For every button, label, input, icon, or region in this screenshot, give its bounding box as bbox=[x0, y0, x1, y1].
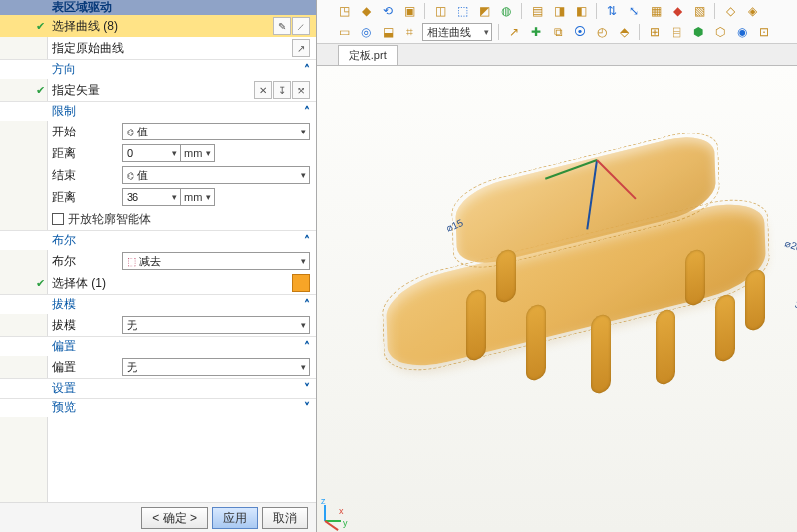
tool-icon[interactable]: ◧ bbox=[572, 2, 590, 20]
curve-icon[interactable]: ⟋ bbox=[292, 17, 310, 35]
extrude-dialog: 表区域驱动 ✔ 选择曲线 (8) ✎ ⟋ 指定原始曲线 ↗ 方向 ˄ ✔ 指定矢… bbox=[0, 0, 317, 532]
tool-icon[interactable]: ◴ bbox=[593, 23, 611, 41]
tool-icon[interactable]: ⧉ bbox=[549, 23, 567, 41]
start-type-row: 开始 ⌬ 值 bbox=[0, 121, 316, 142]
view-triad: z y x bbox=[321, 498, 349, 526]
tool-icon[interactable]: ⊞ bbox=[646, 23, 664, 41]
open-profile-row[interactable]: 开放轮廓智能体 bbox=[0, 208, 316, 230]
tool-icon[interactable]: ◳ bbox=[335, 2, 353, 20]
apply-button[interactable]: 应用 bbox=[212, 507, 258, 529]
start-dist-input[interactable]: 0 bbox=[122, 144, 181, 162]
end-dist-input[interactable]: 36 bbox=[122, 188, 181, 206]
tool-icon[interactable]: ◆ bbox=[668, 2, 686, 20]
tool-icon[interactable]: ▧ bbox=[690, 2, 708, 20]
tool-icon[interactable]: ⇅ bbox=[603, 2, 621, 20]
tool-icon[interactable]: ⟲ bbox=[379, 2, 397, 20]
tool-icon[interactable]: ◩ bbox=[475, 2, 493, 20]
tool-icon[interactable]: ◉ bbox=[733, 23, 751, 41]
tool-icon[interactable]: ▣ bbox=[400, 2, 418, 20]
tab-fixplate[interactable]: 定板.prt bbox=[338, 45, 398, 65]
graphics-viewport[interactable]: ⌀15 ⌀20 36 z y x bbox=[317, 66, 797, 532]
open-profile-checkbox[interactable] bbox=[52, 213, 64, 225]
start-dist-row: 距离 0 mm bbox=[0, 142, 316, 164]
vector-xyz-icon[interactable]: ✕ bbox=[254, 81, 272, 99]
tool-icon[interactable]: ⌸ bbox=[667, 23, 685, 41]
body-icon bbox=[292, 274, 310, 292]
section-offset[interactable]: 偏置 ˄ bbox=[0, 336, 316, 356]
boolean-combo[interactable]: ⬚ 减去 bbox=[122, 252, 310, 270]
section-draft[interactable]: 拔模 ˄ bbox=[0, 294, 316, 314]
tool-icon[interactable]: ◆ bbox=[357, 2, 375, 20]
collapse-icon: ˅ bbox=[304, 401, 310, 415]
start-type-combo[interactable]: ⌬ 值 bbox=[122, 123, 310, 140]
sketch-icon[interactable]: ✎ bbox=[273, 17, 291, 35]
collapse-icon: ˄ bbox=[304, 63, 310, 77]
offset-combo[interactable]: 无 bbox=[122, 358, 310, 376]
section-limit[interactable]: 限制 ˄ bbox=[0, 101, 316, 121]
curve-filter-combo[interactable]: 相连曲线 bbox=[422, 23, 492, 41]
tool-icon[interactable]: ◎ bbox=[357, 23, 375, 41]
boolean-row: 布尔 ⬚ 减去 bbox=[0, 250, 316, 272]
tool-icon[interactable]: ◈ bbox=[743, 2, 761, 20]
tool-icon[interactable]: ◇ bbox=[721, 2, 739, 20]
tool-icon[interactable]: ▭ bbox=[335, 23, 353, 41]
tool-icon[interactable]: ▦ bbox=[647, 2, 664, 20]
select-body-row[interactable]: ✔ 选择体 (1) bbox=[0, 272, 316, 294]
ok-button[interactable]: < 确定 > bbox=[141, 507, 208, 529]
tool-icon[interactable]: ◨ bbox=[550, 2, 568, 20]
draft-row: 拔模 无 bbox=[0, 314, 316, 336]
tool-icon[interactable]: ⤡ bbox=[625, 2, 643, 20]
collapse-icon: ˄ bbox=[304, 340, 310, 354]
end-type-combo[interactable]: ⌬ 值 bbox=[122, 166, 310, 184]
cancel-button[interactable]: 取消 bbox=[262, 507, 308, 529]
arrow-icon[interactable]: ↗ bbox=[292, 39, 310, 57]
check-icon: ✔ bbox=[36, 20, 45, 33]
check-icon: ✔ bbox=[36, 84, 45, 97]
tool-icon[interactable]: ⬘ bbox=[615, 23, 633, 41]
start-unit-combo[interactable]: mm bbox=[181, 144, 215, 162]
collapse-icon: ˄ bbox=[304, 105, 310, 119]
model-preview: ⌀15 ⌀20 36 bbox=[387, 121, 797, 380]
tool-icon[interactable]: ⬓ bbox=[379, 23, 397, 41]
dialog-title: 表区域驱动 bbox=[0, 0, 316, 15]
tool-icon[interactable]: ⦿ bbox=[571, 23, 589, 41]
specify-vector-row[interactable]: ✔ 指定矢量 ✕ ↧ ⤧ bbox=[0, 79, 316, 101]
tool-icon[interactable]: ↗ bbox=[505, 23, 523, 41]
tool-icon[interactable]: ⊡ bbox=[755, 23, 773, 41]
tool-icon[interactable]: ◍ bbox=[497, 2, 515, 20]
section-preview[interactable]: 预览 ˅ bbox=[0, 398, 316, 417]
select-curve-row[interactable]: ✔ 选择曲线 (8) ✎ ⟋ bbox=[0, 15, 316, 37]
draft-combo[interactable]: 无 bbox=[122, 316, 310, 334]
tool-icon[interactable]: ⬢ bbox=[689, 23, 707, 41]
tool-icon[interactable]: ⬚ bbox=[453, 2, 471, 20]
check-icon: ✔ bbox=[36, 277, 45, 290]
tool-icon[interactable]: ◫ bbox=[431, 2, 449, 20]
section-boolean[interactable]: 布尔 ˄ bbox=[0, 230, 316, 250]
end-dist-row: 距离 36 mm bbox=[0, 186, 316, 208]
tool-icon[interactable]: ✚ bbox=[527, 23, 545, 41]
vector-axis-icon[interactable]: ⤧ bbox=[292, 81, 310, 99]
end-type-row: 结束 ⌬ 值 bbox=[0, 164, 316, 186]
collapse-icon: ˄ bbox=[304, 234, 310, 248]
collapse-icon: ˅ bbox=[304, 382, 310, 396]
collapse-icon: ˄ bbox=[304, 298, 310, 312]
offset-row: 偏置 无 bbox=[0, 356, 316, 378]
vector-dir-icon[interactable]: ↧ bbox=[273, 81, 291, 99]
orig-curve-row[interactable]: 指定原始曲线 ↗ bbox=[0, 37, 316, 59]
tool-icon[interactable]: ⌗ bbox=[400, 23, 418, 41]
dialog-buttons: < 确定 > 应用 取消 bbox=[0, 502, 316, 532]
tool-icon[interactable]: ▤ bbox=[528, 2, 546, 20]
tool-icon[interactable]: ⬡ bbox=[711, 23, 729, 41]
end-unit-combo[interactable]: mm bbox=[181, 188, 215, 206]
section-settings[interactable]: 设置 ˅ bbox=[0, 378, 316, 398]
section-direction[interactable]: 方向 ˄ bbox=[0, 59, 316, 79]
